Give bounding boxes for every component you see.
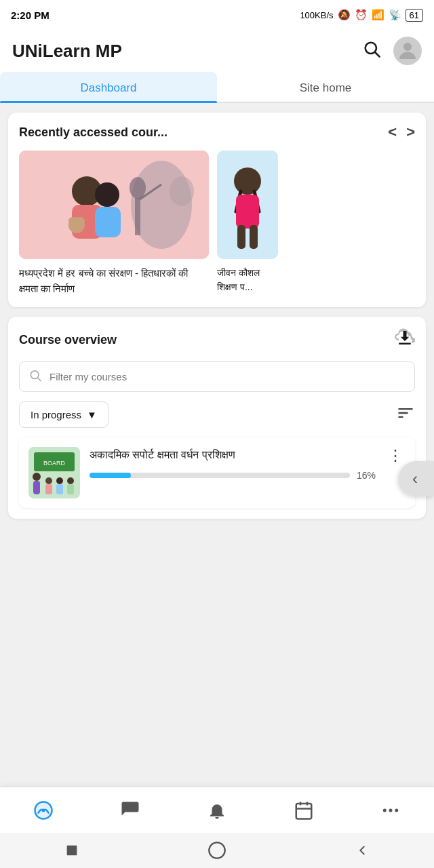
messages-icon bbox=[120, 800, 140, 821]
svg-point-34 bbox=[67, 477, 74, 484]
recently-accessed-card: Recently accessed cour... < > bbox=[8, 113, 426, 307]
course-thumb-img-1 bbox=[19, 151, 209, 259]
status-time: 2:20 PM bbox=[11, 9, 50, 21]
dashboard-icon bbox=[33, 800, 54, 821]
bottom-nav-more[interactable] bbox=[380, 800, 401, 821]
bottom-nav-notifications[interactable] bbox=[207, 800, 227, 821]
home-circle-icon bbox=[208, 841, 226, 860]
calendar-icon bbox=[294, 800, 314, 821]
svg-rect-14 bbox=[135, 198, 140, 235]
svg-point-30 bbox=[45, 477, 52, 484]
tab-dashboard[interactable]: Dashboard bbox=[0, 72, 217, 102]
nav-arrows: < > bbox=[388, 123, 415, 141]
course-thumb-classroom: BOARD bbox=[28, 447, 80, 498]
course-list-info-a: अकादमिक सपोर्ट क्षमता वर्धन प्रशिक्षण 16… bbox=[90, 447, 376, 481]
svg-point-44 bbox=[395, 808, 398, 812]
bottom-nav-dashboard[interactable] bbox=[33, 800, 54, 821]
sort-icon[interactable] bbox=[396, 403, 415, 427]
battery-icon: 61 bbox=[406, 9, 423, 22]
prev-arrow-button[interactable]: < bbox=[388, 123, 397, 141]
svg-point-8 bbox=[95, 182, 119, 207]
svg-text:BOARD: BOARD bbox=[43, 460, 66, 467]
main-content: Recently accessed cour... < > bbox=[0, 103, 434, 528]
bottom-nav bbox=[0, 787, 434, 833]
status-bar: 2:20 PM 100KB/s 🔕 ⏰ 📶 📡 61 bbox=[0, 0, 434, 30]
svg-point-11 bbox=[68, 217, 77, 225]
course-overview-card: Course overview In bbox=[8, 317, 426, 519]
progress-percent-a: 16% bbox=[357, 470, 376, 481]
avatar[interactable] bbox=[393, 37, 422, 65]
progress-bar-wrap-a: 16% bbox=[90, 470, 376, 481]
svg-point-2 bbox=[403, 43, 412, 51]
course-overview-title: Course overview bbox=[19, 333, 117, 347]
classroom-illustration: BOARD bbox=[28, 447, 80, 498]
signal-icon: 📶 bbox=[372, 9, 384, 21]
filter-input-wrap bbox=[19, 361, 415, 392]
card-header-overview: Course overview bbox=[19, 328, 415, 352]
float-chevron-button[interactable]: ‹ bbox=[399, 461, 434, 496]
svg-rect-35 bbox=[67, 484, 74, 494]
bottom-nav-calendar[interactable] bbox=[294, 800, 314, 821]
filter-search-svg bbox=[28, 368, 42, 382]
filter-courses-input[interactable] bbox=[19, 361, 415, 392]
svg-rect-45 bbox=[66, 846, 77, 856]
life-skills-illustration bbox=[217, 151, 278, 259]
svg-rect-38 bbox=[296, 804, 312, 819]
status-right: 100KB/s 🔕 ⏰ 📶 📡 61 bbox=[300, 9, 423, 22]
filter-search-icon bbox=[28, 368, 42, 385]
progress-bar-fill-a bbox=[90, 473, 131, 478]
svg-rect-29 bbox=[33, 481, 40, 494]
recently-accessed-title: Recently accessed cour... bbox=[19, 125, 167, 140]
app-header: UNiLearn MP bbox=[0, 30, 434, 72]
chevron-left-icon: ‹ bbox=[412, 469, 418, 488]
course-thumb-2[interactable]: जीवन कौशल शिक्षण प... bbox=[217, 151, 278, 296]
bottom-nav-messages[interactable] bbox=[120, 800, 140, 821]
course-thumb-label-1: मध्यप्रदेश में हर बच्चे का संरक्षण - हित… bbox=[19, 266, 209, 296]
svg-line-1 bbox=[375, 52, 379, 56]
svg-rect-20 bbox=[236, 195, 259, 229]
svg-rect-33 bbox=[56, 484, 63, 494]
network-speed: 100KB/s bbox=[300, 10, 333, 20]
progress-filter-label: In progress bbox=[31, 409, 81, 420]
svg-point-46 bbox=[209, 842, 224, 858]
tab-sitehome[interactable]: Site home bbox=[217, 72, 434, 102]
svg-point-37 bbox=[42, 808, 45, 812]
svg-rect-9 bbox=[95, 207, 121, 237]
progress-filter-dropdown[interactable]: In progress ▼ bbox=[19, 401, 108, 428]
svg-point-13 bbox=[130, 177, 146, 199]
sys-back-button[interactable] bbox=[355, 843, 370, 858]
protection-illustration bbox=[19, 151, 209, 259]
next-arrow-button[interactable]: > bbox=[406, 123, 415, 141]
svg-point-23 bbox=[31, 370, 39, 378]
svg-point-12 bbox=[77, 217, 85, 225]
sys-home-button[interactable] bbox=[208, 841, 226, 860]
svg-point-28 bbox=[33, 473, 41, 481]
course-thumb-label-2: जीवन कौशल शिक्षण प... bbox=[217, 266, 278, 294]
user-icon bbox=[395, 39, 420, 63]
course-menu-button-a[interactable]: ⋮ bbox=[385, 447, 406, 465]
course-thumb-1[interactable]: मध्यप्रदेश में हर बच्चे का संरक्षण - हित… bbox=[19, 151, 209, 296]
stop-icon bbox=[64, 843, 79, 858]
course-list-title-a: अकादमिक सपोर्ट क्षमता वर्धन प्रशिक्षण bbox=[90, 447, 376, 463]
search-button[interactable] bbox=[362, 39, 381, 63]
course-list-item-a[interactable]: BOARD अकादमिक सपोर्ट क्षमता वर्धन प्रशिक… bbox=[19, 437, 415, 508]
svg-rect-22 bbox=[250, 225, 258, 249]
sys-stop-button[interactable] bbox=[64, 843, 79, 858]
svg-point-17 bbox=[234, 167, 261, 195]
tabs-bar: Dashboard Site home bbox=[0, 72, 434, 103]
header-icons bbox=[362, 37, 422, 65]
svg-rect-31 bbox=[45, 484, 52, 494]
wifi-icon: 📡 bbox=[389, 9, 401, 21]
svg-point-43 bbox=[389, 808, 393, 812]
download-icon bbox=[395, 328, 415, 348]
svg-point-32 bbox=[56, 477, 63, 484]
svg-rect-21 bbox=[237, 225, 245, 249]
svg-line-24 bbox=[38, 378, 41, 381]
download-button[interactable] bbox=[395, 328, 415, 352]
notifications-icon bbox=[207, 800, 227, 821]
svg-point-5 bbox=[170, 176, 194, 206]
progress-bar-bg-a bbox=[90, 473, 350, 478]
system-nav-bar bbox=[0, 833, 434, 868]
dropdown-arrow-icon: ▼ bbox=[87, 409, 97, 420]
filter-row: In progress ▼ bbox=[19, 401, 415, 428]
